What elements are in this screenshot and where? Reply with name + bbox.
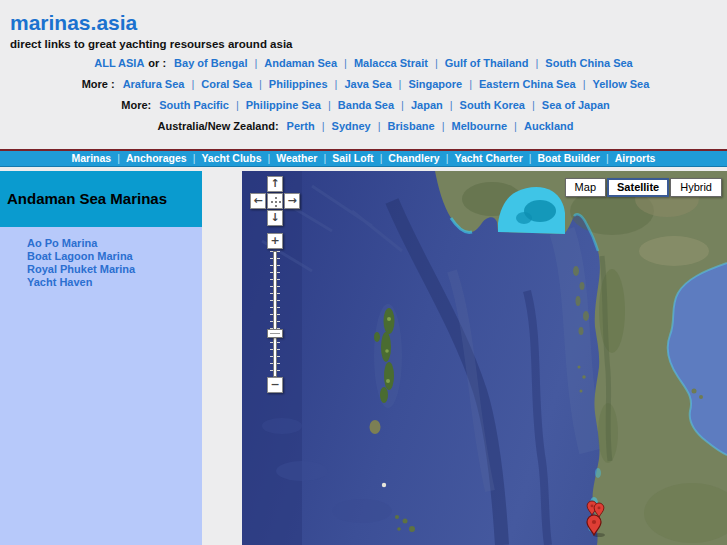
map-type-satellite-button[interactable]: Satellite — [607, 178, 669, 197]
nav-link-south-pacific[interactable]: South Pacific — [159, 99, 229, 111]
separator: | — [401, 99, 404, 111]
nav-link-yellow-sea[interactable]: Yellow Sea — [592, 78, 649, 90]
more-label: More: — [121, 99, 151, 111]
nav-link-bay-of-bengal[interactable]: Bay of Bengal — [174, 57, 247, 69]
pan-right-button[interactable]: → — [284, 193, 300, 209]
topbar-link-yacht-charter[interactable]: Yacht Charter — [454, 152, 522, 164]
site-title[interactable]: marinas.asia — [10, 11, 137, 35]
separator: | — [529, 152, 532, 164]
sidebar-link-royal-phuket-marina[interactable]: Royal Phuket Marina — [27, 263, 202, 276]
map-canvas[interactable]: ↑ ← → ↓ + − Map Satellite Hybrid — [242, 171, 727, 545]
main-nav-bar: Marinas|Anchorages|Yacht Clubs|Weather|S… — [0, 149, 727, 167]
topbar-link-yacht-clubs[interactable]: Yacht Clubs — [201, 152, 261, 164]
nav-link-singapore[interactable]: Singapore — [408, 78, 462, 90]
sidebar-heading: Andaman Sea Marinas — [0, 171, 202, 227]
pan-left-button[interactable]: ← — [250, 193, 266, 209]
map-type-hybrid-button[interactable]: Hybrid — [670, 178, 722, 197]
nav-link-melbourne[interactable]: Melbourne — [451, 120, 507, 132]
topbar-link-sail-loft[interactable]: Sail Loft — [332, 152, 373, 164]
nav-link-java-sea[interactable]: Java Sea — [344, 78, 391, 90]
nav-link-perth[interactable]: Perth — [287, 120, 315, 132]
australia-nz-label: Australia/New Zealand: — [158, 120, 279, 132]
center-dots-icon — [275, 201, 277, 203]
nav-row-regions-3: More:South Pacific|Philippine Sea|Banda … — [0, 99, 727, 111]
separator: | — [446, 152, 449, 164]
nav-link-philippines[interactable]: Philippines — [269, 78, 328, 90]
site-tagline: direct links to great yachting resourses… — [10, 38, 292, 50]
separator: | — [442, 120, 445, 132]
sidebar-link-ao-po-marina[interactable]: Ao Po Marina — [27, 237, 202, 250]
or-label: or : — [148, 57, 166, 69]
zoom-out-button[interactable]: − — [267, 377, 283, 393]
separator: | — [378, 120, 381, 132]
nav-link-all-asia[interactable]: ALL ASIA — [94, 57, 144, 69]
nav-link-south-china-sea[interactable]: South China Sea — [545, 57, 632, 69]
topbar-link-chandlery[interactable]: Chandlery — [388, 152, 439, 164]
nav-row-regions-1: ALL ASIAor :Bay of Bengal|Andaman Sea|Ma… — [0, 57, 727, 69]
topbar-link-marinas[interactable]: Marinas — [72, 152, 112, 164]
separator: | — [259, 78, 262, 90]
nav-link-banda-sea[interactable]: Banda Sea — [338, 99, 394, 111]
separator: | — [191, 78, 194, 90]
nav-link-malacca-strait[interactable]: Malacca Strait — [354, 57, 428, 69]
nav-link-arafura-sea[interactable]: Arafura Sea — [123, 78, 185, 90]
more-label: More : — [82, 78, 115, 90]
nav-link-auckland[interactable]: Auckland — [524, 120, 574, 132]
zoom-slider-track[interactable] — [273, 251, 277, 377]
separator: | — [469, 78, 472, 90]
separator: | — [514, 120, 517, 132]
pan-center-button[interactable] — [267, 193, 283, 209]
zoom-in-button[interactable]: + — [267, 233, 283, 249]
topbar-link-airports[interactable]: Airports — [615, 152, 656, 164]
nav-link-gulf-of-thailand[interactable]: Gulf of Thailand — [445, 57, 529, 69]
separator: | — [606, 152, 609, 164]
nav-link-philippine-sea[interactable]: Philippine Sea — [246, 99, 321, 111]
map-type-map-button[interactable]: Map — [565, 178, 606, 197]
separator: | — [323, 152, 326, 164]
sidebar-marina-list: Ao Po Marina Boat Lagoon Marina Royal Ph… — [0, 227, 202, 545]
separator: | — [193, 152, 196, 164]
nav-link-brisbane[interactable]: Brisbane — [388, 120, 435, 132]
nav-link-coral-sea[interactable]: Coral Sea — [201, 78, 252, 90]
nav-link-sydney[interactable]: Sydney — [332, 120, 371, 132]
topbar-link-weather[interactable]: Weather — [276, 152, 317, 164]
separator: | — [535, 57, 538, 69]
separator: | — [335, 78, 338, 90]
separator: | — [583, 78, 586, 90]
separator: | — [236, 99, 239, 111]
zoom-slider-handle[interactable] — [267, 329, 283, 338]
separator: | — [532, 99, 535, 111]
separator: | — [328, 99, 331, 111]
page: marinas.asia direct links to great yacht… — [0, 0, 727, 545]
topbar-link-boat-builder[interactable]: Boat Builder — [537, 152, 599, 164]
pan-up-button[interactable]: ↑ — [267, 176, 283, 192]
sidebar-link-boat-lagoon-marina[interactable]: Boat Lagoon Marina — [27, 250, 202, 263]
separator: | — [380, 152, 383, 164]
satellite-map-image — [242, 171, 727, 545]
separator: | — [399, 78, 402, 90]
nav-link-japan[interactable]: Japan — [411, 99, 443, 111]
nav-row-australia-nz: Australia/New Zealand:Perth|Sydney|Brisb… — [0, 120, 727, 132]
separator: | — [344, 57, 347, 69]
nav-link-south-korea[interactable]: South Korea — [460, 99, 525, 111]
topbar-link-anchorages[interactable]: Anchorages — [126, 152, 187, 164]
separator: | — [117, 152, 120, 164]
nav-link-sea-of-japan[interactable]: Sea of Japan — [542, 99, 610, 111]
separator: | — [450, 99, 453, 111]
nav-link-andaman-sea[interactable]: Andaman Sea — [264, 57, 337, 69]
nav-row-regions-2: More :Arafura Sea|Coral Sea|Philippines|… — [0, 78, 727, 90]
nav-link-eastern-china-sea[interactable]: Eastern China Sea — [479, 78, 576, 90]
sidebar-link-yacht-haven[interactable]: Yacht Haven — [27, 276, 202, 289]
separator: | — [322, 120, 325, 132]
map-type-switcher: Map Satellite Hybrid — [565, 178, 722, 197]
separator: | — [435, 57, 438, 69]
separator: | — [254, 57, 257, 69]
separator: | — [267, 152, 270, 164]
pan-down-button[interactable]: ↓ — [267, 210, 283, 226]
